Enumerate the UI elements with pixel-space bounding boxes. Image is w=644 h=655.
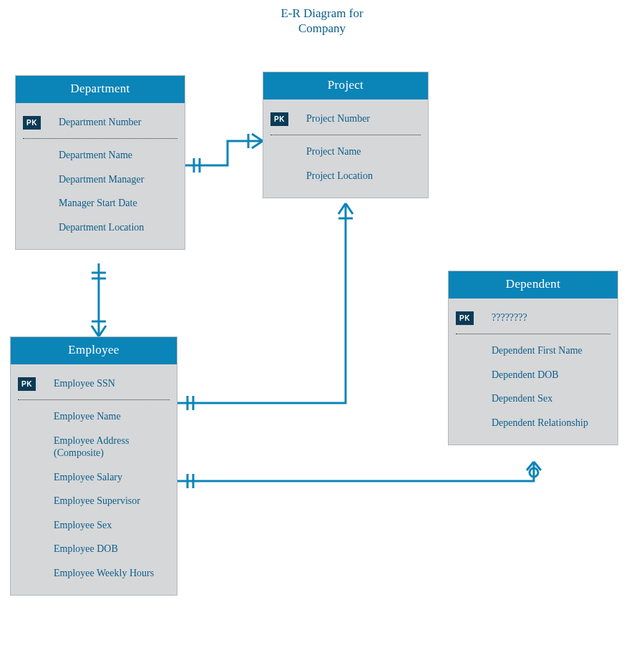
attr-department-0: Department Name [59,149,177,162]
attr-employee-pk: Employee SSN [54,377,170,390]
attr-row: Dependent DOB [449,363,618,387]
attr-row: Dependent First Name [449,339,618,363]
pk-badge: PK [270,112,288,126]
pk-divider [456,334,610,334]
attr-row-pk: PK Employee SSN [11,372,177,397]
pk-badge: PK [456,311,474,325]
rel-department-project [185,134,263,173]
title-line-2: Company [298,21,346,35]
attr-dependent-pk: ???????? [492,311,610,324]
attr-row-pk: PK Project Number [263,107,428,132]
attr-row: Employee Weekly Hours [11,561,177,586]
entity-header-employee: Employee [11,337,177,364]
attr-employee-6: Employee Weekly Hours [54,567,170,580]
attr-dependent-3: Dependent Relationship [492,417,610,430]
attr-row: Employee Name [11,404,177,429]
rel-employee-dependent [177,462,541,488]
attr-dependent-0: Dependent First Name [492,344,610,357]
attr-row: Employee Sex [11,513,177,538]
pk-divider [18,399,170,400]
entity-employee: Employee PK Employee SSN Employee Name E… [10,336,177,596]
attr-department-1: Department Manager [59,173,177,186]
attr-row: Department Name [16,143,185,168]
attr-project-pk: Project Number [306,112,421,125]
attr-dependent-1: Dependent DOB [492,369,610,382]
entity-header-project: Project [263,72,428,100]
attr-employee-5: Employee DOB [54,543,170,555]
entity-header-dependent: Dependent [449,271,618,299]
attr-row: Dependent Relationship [449,411,618,435]
attr-row: Department Location [16,215,185,240]
attr-row: Employee Address (Composite) [11,429,177,465]
attr-row: Project Name [263,140,428,164]
attr-row-pk: PK ???????? [449,306,618,331]
entity-project: Project PK Project Number Project Name P… [263,72,429,198]
attr-row: Employee Supervisor [11,489,177,513]
attr-row: Employee Salary [11,465,177,490]
attr-row-pk: PK Department Number [16,110,185,135]
entity-dependent: Dependent PK ???????? Dependent First Na… [448,271,618,445]
attr-dependent-2: Dependent Sex [492,392,610,405]
rel-employee-project [177,203,353,410]
attr-row: Dependent Sex [449,387,618,411]
attr-department-2: Manager Start Date [59,197,177,210]
attr-project-0: Project Name [306,145,421,158]
attr-employee-1: Employee Address (Composite) [54,435,170,460]
attr-employee-3: Employee Supervisor [54,495,170,508]
diagram-title: E-R Diagram for Company [0,6,644,37]
title-line-1: E-R Diagram for [280,6,363,20]
svg-point-12 [530,468,538,477]
attr-row: Department Manager [16,168,185,192]
entity-header-department: Department [16,76,185,103]
attr-row: Manager Start Date [16,191,185,215]
entity-department: Department PK Department Number Departme… [15,75,185,250]
attr-employee-0: Employee Name [54,410,170,423]
attr-project-1: Project Location [306,170,421,183]
attr-department-pk: Department Number [59,116,177,129]
attr-row: Project Location [263,164,428,188]
pk-badge: PK [23,116,41,130]
pk-badge: PK [18,377,36,391]
attr-employee-4: Employee Sex [54,519,170,532]
pk-divider [270,135,421,135]
attr-department-3: Department Location [59,221,177,234]
rel-department-employee [92,263,106,336]
attr-row: Employee DOB [11,537,177,561]
attr-employee-2: Employee Salary [54,471,170,484]
pk-divider [23,138,177,139]
